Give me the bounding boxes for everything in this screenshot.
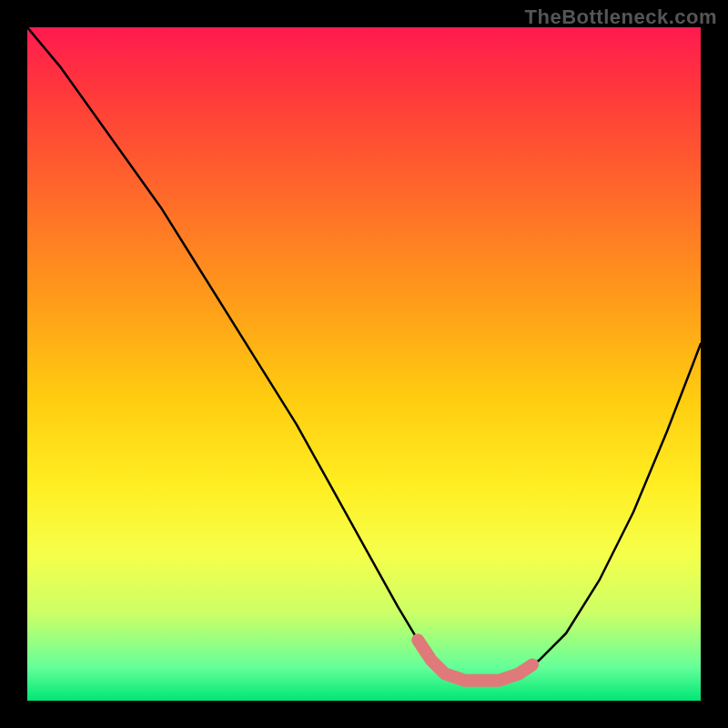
bottleneck-curve <box>27 27 701 681</box>
plot-area <box>27 27 701 701</box>
optimal-range-highlight <box>418 640 532 680</box>
curve-layer <box>27 27 701 701</box>
chart-frame: TheBottleneck.com <box>0 0 728 728</box>
watermark-text: TheBottleneck.com <box>525 5 717 29</box>
